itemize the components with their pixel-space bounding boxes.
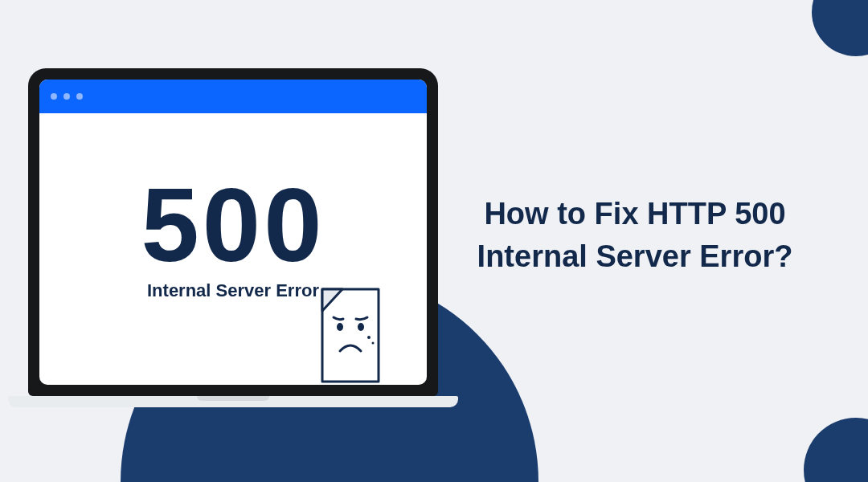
decorative-circle-bottom-right xyxy=(804,418,868,482)
svg-point-2 xyxy=(367,336,371,339)
laptop-base xyxy=(8,396,458,407)
laptop-illustration: 500 Internal Server Error xyxy=(16,68,450,407)
svg-point-3 xyxy=(372,342,375,345)
window-dot-icon xyxy=(63,93,70,100)
screen-content: 500 Internal Server Error xyxy=(39,113,427,385)
error-code: 500 xyxy=(141,173,326,277)
laptop-body: 500 Internal Server Error xyxy=(28,68,438,396)
laptop-screen: 500 Internal Server Error xyxy=(39,80,427,385)
error-text: Internal Server Error xyxy=(147,280,319,301)
svg-point-0 xyxy=(337,323,343,331)
window-dot-icon xyxy=(51,93,57,100)
headline-line2: Internal Server Error? xyxy=(458,235,812,278)
headline-line1: How to Fix HTTP 500 xyxy=(458,193,812,235)
decorative-circle-top-right xyxy=(812,0,868,56)
headline-text: How to Fix HTTP 500 Internal Server Erro… xyxy=(458,193,812,278)
laptop-notch xyxy=(197,396,269,401)
sad-paper-icon xyxy=(306,277,403,385)
browser-title-bar xyxy=(39,80,427,113)
window-dot-icon xyxy=(76,93,83,100)
svg-point-1 xyxy=(358,323,364,331)
